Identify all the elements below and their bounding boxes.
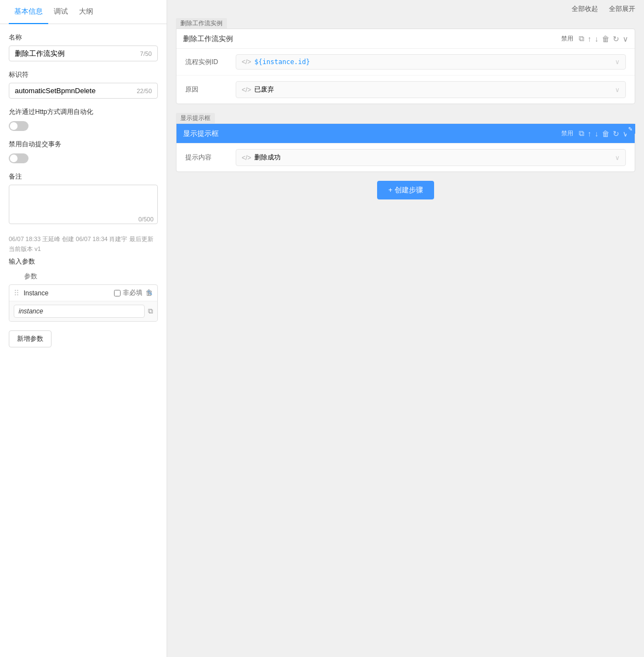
- id-char-count: 22/50: [136, 88, 152, 94]
- meta-line2: 当前版本 v1: [9, 244, 158, 254]
- reason-chevron-icon: ∨: [615, 86, 620, 94]
- name-char-count: 7/50: [140, 50, 152, 57]
- reason-label: 原因: [185, 85, 229, 94]
- content-chevron-icon: ∨: [615, 154, 620, 162]
- reason-code-icon: </>: [242, 86, 251, 94]
- tx-toggle-label: 禁用自动提交事务: [9, 140, 158, 149]
- step-2-field-content: 提示内容 </> 删除成功 ∨: [176, 144, 635, 172]
- step-2-refresh-icon[interactable]: ↻: [613, 129, 619, 138]
- left-panel: 基本信息 调试 大纲 名称 7/50 标识符 22/50 允许通过Http方式调…: [0, 0, 167, 657]
- instance-id-value-wrapper[interactable]: </> ${instance.id} ∨: [236, 54, 626, 70]
- name-input-wrapper: 7/50: [9, 45, 158, 61]
- step-2-up-icon[interactable]: ↑: [588, 129, 591, 138]
- reason-value-wrapper[interactable]: </> 已废弃 ∨: [236, 81, 626, 98]
- step-2-disable-btn[interactable]: 禁用: [559, 128, 575, 139]
- step-1-refresh-icon[interactable]: ↻: [613, 35, 619, 43]
- param-item-row: ⠿ Instance 非必填 ✎ 🗑: [9, 285, 157, 301]
- content-value: 删除成功: [254, 153, 281, 162]
- required-checkbox-label: 非必填: [114, 288, 143, 298]
- step-1-copy-icon[interactable]: ⧉: [579, 34, 584, 43]
- step-1-delete-icon[interactable]: 🗑: [602, 35, 609, 43]
- step-1-disable-btn[interactable]: 禁用: [559, 33, 575, 44]
- right-panel: 全部收起 全部展开 删除工作流实例 删除工作流实例 禁用 ⧉ ↑ ↓ 🗑 ↻ ∨: [167, 0, 644, 657]
- param-header: 参数: [9, 272, 158, 284]
- note-label: 备注: [9, 172, 158, 181]
- content-label: 提示内容: [185, 153, 229, 162]
- left-content: 名称 7/50 标识符 22/50 允许通过Http方式调用自动化 禁用自动提交…: [0, 24, 167, 657]
- reason-value: 已废弃: [254, 85, 274, 94]
- content-code-icon: </>: [242, 154, 251, 162]
- meta-line1: 06/07 18:33 王延峰 创建 06/07 18:34 肖建宇 最后更新: [9, 235, 158, 244]
- instance-id-value: ${instance.id}: [254, 58, 310, 66]
- step-2-tag-wrapper: 显示提示框: [176, 113, 635, 123]
- tab-outline[interactable]: 大纲: [73, 0, 99, 24]
- id-input-wrapper: 22/50: [9, 83, 158, 99]
- step-1-block: 删除工作流实例 禁用 ⧉ ↑ ↓ 🗑 ↻ ∨ 流程实例ID </> ${inst…: [176, 28, 635, 104]
- step-1-down-icon[interactable]: ↓: [595, 35, 599, 43]
- step-1-chevron-icon[interactable]: ∨: [623, 35, 628, 43]
- tx-toggle-field: 禁用自动提交事务: [9, 140, 158, 163]
- step-2-down-icon[interactable]: ↓: [595, 129, 599, 138]
- id-field-group: 标识符 22/50: [9, 70, 158, 99]
- note-textarea[interactable]: [9, 185, 158, 224]
- meta-info: 06/07 18:33 王延峰 创建 06/07 18:34 肖建宇 最后更新 …: [9, 235, 158, 254]
- name-input[interactable]: [15, 49, 140, 58]
- expand-all-button[interactable]: 全部展开: [607, 3, 637, 15]
- note-char-count: 0/500: [138, 216, 153, 222]
- step-2-block: 显示提示框 禁用 ⧉ ↑ ↓ 🗑 ↻ ∨ ✎ 提示内容 </> 删除成功: [176, 123, 635, 172]
- add-param-button[interactable]: 新增参数: [9, 330, 52, 347]
- copy-param-icon[interactable]: ⧉: [148, 307, 153, 316]
- drag-handle-icon[interactable]: ⠿: [14, 289, 19, 298]
- param-value-input[interactable]: [14, 305, 145, 318]
- right-content: 删除工作流实例 删除工作流实例 禁用 ⧉ ↑ ↓ 🗑 ↻ ∨ 流程实例ID: [167, 18, 644, 657]
- required-checkbox[interactable]: [114, 290, 121, 296]
- step-1-actions: 禁用 ⧉ ↑ ↓ 🗑 ↻ ∨: [559, 33, 628, 44]
- delete-param-icon[interactable]: 🗑: [145, 288, 153, 297]
- tx-toggle[interactable]: [9, 153, 29, 163]
- step-2-edit-overlay-icon[interactable]: ✎: [625, 124, 635, 134]
- params-section-title: 输入参数: [9, 257, 158, 266]
- step-2-actions: 禁用 ⧉ ↑ ↓ 🗑 ↻ ∨: [559, 128, 628, 139]
- step-2-copy-icon[interactable]: ⧉: [579, 129, 584, 138]
- step-2-header: 显示提示框 禁用 ⧉ ↑ ↓ 🗑 ↻ ∨: [176, 124, 635, 144]
- param-value-row: ⧉: [9, 301, 157, 321]
- http-toggle[interactable]: [9, 121, 29, 131]
- name-field-group: 名称 7/50: [9, 33, 158, 61]
- param-header-label: 参数: [24, 272, 37, 281]
- http-toggle-label: 允许通过Http方式调用自动化: [9, 107, 158, 117]
- note-field-group: 备注 0/500: [9, 172, 158, 226]
- create-step-button[interactable]: + 创建步骤: [377, 181, 434, 199]
- collapse-all-button[interactable]: 全部收起: [569, 3, 600, 15]
- step-1-field-instance-id: 流程实例ID </> ${instance.id} ∨: [176, 49, 635, 76]
- step-1-up-icon[interactable]: ↑: [588, 35, 591, 43]
- step-1-tag: 删除工作流实例: [176, 18, 227, 28]
- id-label: 标识符: [9, 70, 158, 79]
- right-toolbar: 全部收起 全部展开: [167, 0, 644, 18]
- instance-id-chevron-icon: ∨: [615, 58, 620, 66]
- code-bracket-icon: </>: [242, 58, 251, 66]
- param-item-instance: ⠿ Instance 非必填 ✎ 🗑 ⧉: [9, 284, 158, 322]
- param-name: Instance: [24, 289, 110, 297]
- tab-debug[interactable]: 调试: [48, 0, 73, 24]
- instance-id-label: 流程实例ID: [185, 58, 229, 67]
- step-1-tag-wrapper: 删除工作流实例: [176, 18, 635, 28]
- step-2-tag: 显示提示框: [176, 113, 215, 123]
- id-input[interactable]: [15, 87, 136, 95]
- step-1-field-reason: 原因 </> 已废弃 ∨: [176, 76, 635, 104]
- name-label: 名称: [9, 33, 158, 42]
- required-label: 非必填: [123, 288, 143, 298]
- step-2-title: 显示提示框: [183, 129, 559, 139]
- step-1-header: 删除工作流实例 禁用 ⧉ ↑ ↓ 🗑 ↻ ∨: [176, 29, 635, 49]
- tab-basic-info[interactable]: 基本信息: [9, 0, 48, 24]
- http-toggle-field: 允许通过Http方式调用自动化: [9, 107, 158, 131]
- tab-bar: 基本信息 调试 大纲: [0, 0, 167, 24]
- step-1-title: 删除工作流实例: [183, 34, 559, 44]
- content-value-wrapper[interactable]: </> 删除成功 ∨: [236, 149, 626, 166]
- step-2-delete-icon[interactable]: 🗑: [602, 129, 609, 138]
